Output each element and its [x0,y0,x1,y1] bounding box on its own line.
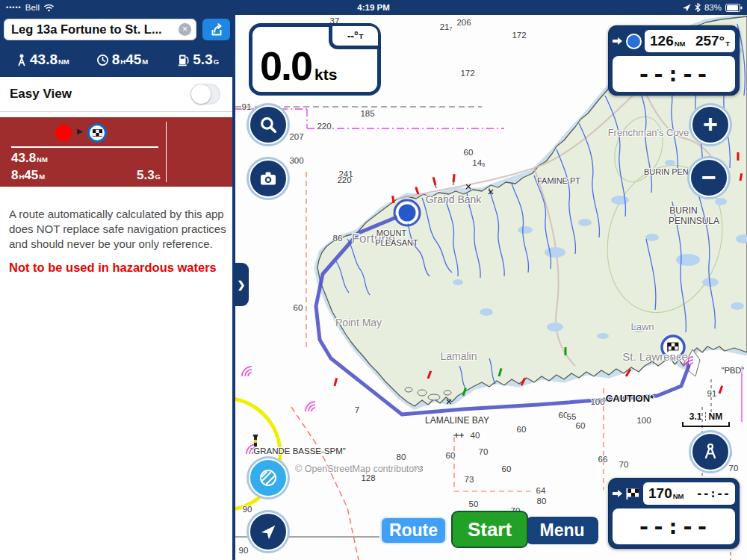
duration-hours-unit: H [120,57,125,66]
speed-value: 0.0kts [260,43,337,89]
fuel-stat: 5.3 G [178,52,219,68]
status-bar: ••••• Bell 4:19 PM 83% [0,0,747,15]
destination-time: --:-- [696,487,730,500]
summary-distance: 43.8NM [11,151,48,166]
share-export-icon [208,22,225,38]
map-scale: 3.1 NM [682,411,730,427]
scale-unit: NM [709,411,723,422]
arrow-right-icon [613,37,623,46]
route-finish-flag-icon [87,123,107,143]
sonar-chart-button[interactable] [249,458,288,497]
summary-duration: 8H45M [11,168,45,183]
easy-view-label: Easy View [10,87,72,102]
heading-box: --° T [329,26,378,49]
route-direction-arrow-icon: ▶ [77,127,83,135]
search-button[interactable] [249,105,288,144]
distance-unit: NM [58,57,69,66]
waypoint-marker-icon [626,34,642,49]
duration-minutes-unit: M [142,57,148,66]
toggle-knob [191,84,211,104]
route-end-waypoint [662,336,684,358]
easy-view-row: Easy View [0,77,232,112]
waypoint-distance-unit: NM [675,40,686,48]
route-title-field[interactable]: Leg 13a Fortune to St. L... × [4,19,196,40]
sidebar-header: Leg 13a Fortune to St. L... × 43.8 NM [0,15,232,77]
camera-button[interactable] [249,159,288,198]
distance-tool-button[interactable] [691,432,730,471]
navigation-arrow-icon [259,523,277,541]
easy-view-toggle[interactable] [190,84,220,105]
duration-hours: 8 [112,52,120,68]
finish-flag-icon [626,488,640,500]
zoom-in-button[interactable]: + [691,105,730,144]
clock-icon [96,54,109,66]
route-disclaimer-text: A route automatically calculated by this… [9,207,229,252]
destination-panel[interactable]: 170 NM --:-- --:-- [608,478,740,549]
divider-compass-icon [701,442,720,461]
chevron-right-icon: ❯ [238,279,246,290]
speed-panel[interactable]: 0.0kts --° T [249,23,381,96]
speed-unit: kts [314,66,337,83]
scale-bracket [682,422,730,427]
battery-percent-label: 83% [704,3,722,12]
locate-me-button[interactable] [249,512,288,551]
location-arrow-icon [683,4,691,12]
menu-button[interactable]: Menu [526,517,598,544]
waypoint-bearing: 257° [695,33,725,49]
fuel-unit: G [214,57,219,66]
map-attribution: © OpenStreetMap contributors [295,464,422,474]
duration-stat: 8 H 45 M [96,52,149,68]
fuel-value: 5.3 [193,52,212,68]
camera-icon [258,169,278,188]
fuel-pump-icon [178,54,190,66]
clear-icon[interactable]: × [179,23,191,36]
route-summary-panel: ▶ 43.8NM 8H45M 5.3G [0,117,232,187]
waypoint-distance-bearing: 126 NM 257° T [645,30,735,52]
route-title: Leg 13a Fortune to St. L... [4,22,179,37]
route-stats-row: 43.8 NM 8 H 45 M [0,45,232,75]
destination-distance: 170 [648,485,672,502]
duration-minutes: 45 [125,52,141,68]
route-button[interactable]: Route [380,517,447,544]
zoom-out-button[interactable]: − [689,158,728,197]
waypoint-distance: 126 [650,33,674,49]
sidebar-collapse-tab[interactable]: ❯ [234,263,249,306]
route-sidebar: Leg 13a Fortune to St. L... × 43.8 NM [0,15,235,560]
route-start-waypoint [394,200,420,225]
navionics-app: ••••• Bell 4:19 PM 83% [0,0,747,560]
destination-eta-display: --:-- [613,508,735,544]
arrow-right-icon [613,489,623,498]
battery-icon [725,4,743,12]
sonar-icon [258,467,279,488]
scale-value: 3.1 [689,411,702,422]
distance-value: 43.8 [30,52,58,68]
bluetooth-icon [695,3,701,12]
route-progress-line [11,146,158,148]
distance-stat: 43.8 NM [16,52,69,68]
route-divider-icon [16,54,27,66]
route-start-dot-icon [55,125,72,141]
clock-label: 4:19 PM [0,3,747,12]
heading-unit: T [359,32,364,40]
scale-tick [705,412,706,421]
waypoint-bearing-unit: T [725,40,730,48]
destination-distance-time: 170 NM --:-- [643,482,735,505]
start-button[interactable]: Start [451,511,528,548]
destination-distance-unit: NM [673,492,684,500]
search-icon [258,115,279,135]
summary-fuel: 5.3G [127,168,161,183]
heading-value: --° [347,30,359,42]
minus-icon: − [701,164,716,190]
panel-divider [166,122,167,182]
next-waypoint-panel[interactable]: 126 NM 257° T --:-- [608,25,740,96]
waypoint-eta-display: --:-- [613,56,735,92]
plus-icon: + [703,111,718,137]
hazard-warning-text: Not to be used in hazardous waters [9,261,229,275]
share-button[interactable] [202,19,230,40]
